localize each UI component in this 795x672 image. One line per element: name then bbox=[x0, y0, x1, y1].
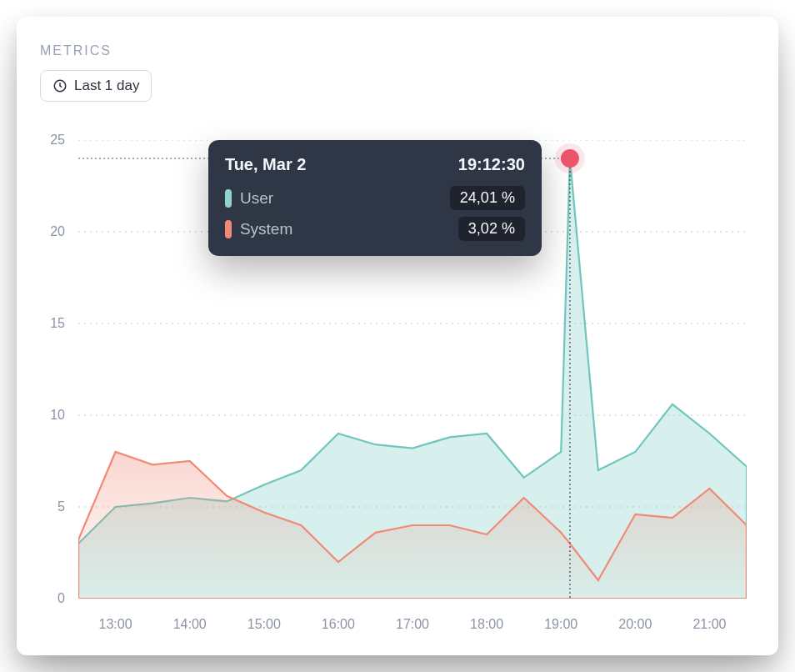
legend-swatch bbox=[225, 189, 232, 208]
tooltip-row: System3,02 % bbox=[225, 217, 525, 241]
x-tick-label: 21:00 bbox=[692, 617, 726, 632]
x-tick-label: 17:00 bbox=[396, 617, 429, 632]
x-tick-label: 18:00 bbox=[470, 617, 503, 632]
y-tick-label: 5 bbox=[40, 499, 65, 514]
x-tick-label: 14:00 bbox=[173, 617, 207, 632]
tooltip-time: 19:12:30 bbox=[458, 155, 525, 174]
legend-value: 3,02 % bbox=[458, 217, 525, 241]
metrics-card: METRICS Last 1 day 0510152025 bbox=[17, 17, 778, 655]
tooltip-date: Tue, Mar 2 bbox=[225, 155, 306, 174]
y-tick-label: 10 bbox=[40, 408, 65, 423]
panel-title: METRICS bbox=[40, 43, 755, 58]
x-tick-label: 16:00 bbox=[322, 617, 355, 632]
legend-label: User bbox=[240, 189, 442, 208]
time-range-button[interactable]: Last 1 day bbox=[40, 70, 152, 102]
legend-swatch bbox=[225, 220, 232, 238]
svg-point-10 bbox=[561, 149, 579, 168]
x-tick-label: 19:00 bbox=[544, 617, 578, 632]
legend-label: System bbox=[240, 220, 450, 238]
chart-tooltip: Tue, Mar 2 19:12:30 User24,01 %System3,0… bbox=[208, 140, 542, 256]
clock-icon bbox=[52, 78, 68, 93]
y-tick-label: 20 bbox=[40, 224, 65, 239]
x-tick-label: 15:00 bbox=[248, 617, 281, 632]
time-range-label: Last 1 day bbox=[74, 78, 139, 94]
y-tick-label: 0 bbox=[40, 591, 65, 606]
legend-value: 24,01 % bbox=[450, 186, 525, 210]
x-tick-label: 13:00 bbox=[99, 617, 132, 632]
x-tick-label: 20:00 bbox=[618, 617, 652, 632]
tooltip-row: User24,01 % bbox=[225, 186, 525, 210]
y-tick-label: 15 bbox=[40, 316, 65, 331]
y-tick-label: 25 bbox=[40, 133, 65, 148]
